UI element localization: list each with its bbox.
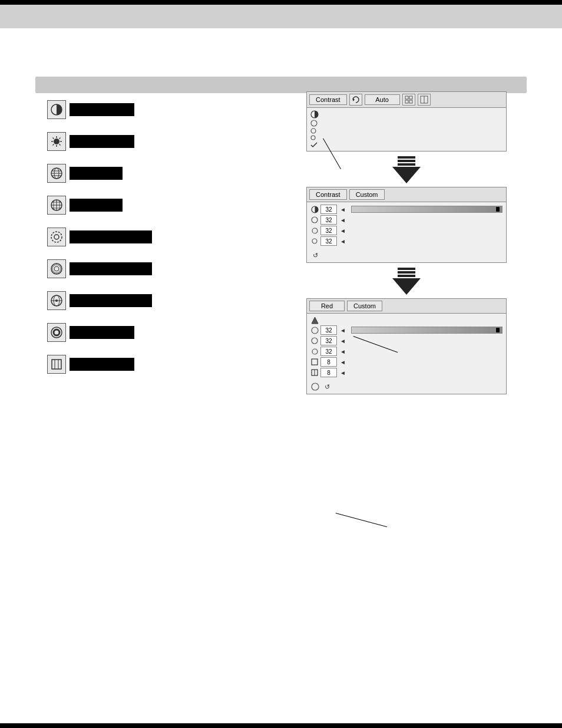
- item-label-6: [70, 262, 152, 275]
- arrow-line: [398, 271, 415, 274]
- panel1-row-4: [310, 135, 503, 140]
- grid-small-icon[interactable]: [402, 94, 415, 106]
- arrow-btn-1[interactable]: ◄: [339, 205, 347, 213]
- item-label-5: [70, 230, 152, 243]
- panel3-row-1: 32 ◄: [310, 325, 503, 335]
- refresh-icon[interactable]: [349, 94, 362, 106]
- svg-line-8: [59, 138, 61, 139]
- list-item[interactable]: [47, 291, 152, 310]
- globe2-icon: [47, 259, 66, 278]
- value-1: 32: [320, 205, 337, 214]
- circle-p3-icon-2: [310, 337, 319, 345]
- down-arrow-1: [392, 167, 421, 183]
- arrow-line: [398, 160, 415, 162]
- arrow-block-2: [306, 268, 507, 295]
- p3-value-3: 32: [320, 347, 337, 356]
- p3-arrow-1[interactable]: ◄: [339, 326, 347, 334]
- arrow-btn-4[interactable]: ◄: [339, 237, 347, 245]
- list-item[interactable]: [47, 100, 152, 119]
- list-item[interactable]: [47, 323, 152, 342]
- globe-icon: [47, 164, 66, 183]
- circle-icon: [310, 120, 318, 127]
- content-strip: [35, 77, 527, 93]
- panel3-header: Red Custom: [307, 299, 506, 314]
- panel1-row-5: [310, 141, 503, 149]
- custom-button-2[interactable]: Custom: [349, 189, 385, 200]
- svg-point-23: [54, 235, 59, 239]
- svg-rect-37: [405, 96, 408, 99]
- slider-1[interactable]: [351, 206, 503, 213]
- svg-rect-55: [312, 359, 318, 365]
- p3-arrow-3[interactable]: ◄: [339, 347, 347, 355]
- top-border-bar: [0, 0, 562, 5]
- panel2-row-3: 32 ◄: [310, 226, 503, 235]
- svg-point-45: [311, 129, 316, 133]
- check-icon: [310, 141, 318, 149]
- svg-point-26: [52, 265, 61, 273]
- svg-point-58: [312, 383, 319, 390]
- svg-point-50: [312, 239, 317, 243]
- svg-rect-40: [409, 100, 412, 103]
- svg-marker-36: [353, 98, 355, 101]
- panel3-row-4: 8 ◄: [310, 357, 503, 367]
- arrow-btn-3[interactable]: ◄: [339, 226, 347, 235]
- list-item[interactable]: [47, 355, 152, 374]
- svg-rect-33: [52, 360, 61, 369]
- undo-icon[interactable]: ↺: [310, 251, 320, 260]
- panel-contrast-auto: Contrast Auto: [306, 91, 507, 151]
- panel-red-custom: Red Custom 32 ◄: [306, 298, 507, 394]
- panel2-body: 32 ◄ 32 ◄: [307, 202, 506, 249]
- list-item[interactable]: [47, 228, 152, 246]
- globe3-icon: [47, 291, 66, 310]
- svg-point-54: [312, 349, 318, 354]
- list-item[interactable]: [47, 259, 152, 278]
- panel3-body: 32 ◄ 32 ◄: [307, 314, 506, 381]
- square-sm-icon: [310, 358, 319, 366]
- panel2-footer: ↺: [307, 249, 506, 262]
- panel1-row-3: [310, 128, 503, 134]
- callout-line-3: [336, 513, 387, 527]
- circle-icon-4: [310, 237, 319, 245]
- undo-icon-2[interactable]: ↺: [322, 382, 332, 391]
- circle-icon-2: [310, 216, 319, 224]
- p3-slider-1[interactable]: [351, 327, 503, 334]
- down-arrow-2: [392, 278, 421, 295]
- contrast-button-2[interactable]: Contrast: [309, 189, 347, 200]
- panel-contrast-custom: Contrast Custom 32 ◄: [306, 187, 507, 263]
- item-label-4: [70, 199, 123, 212]
- svg-point-52: [312, 327, 318, 334]
- svg-point-25: [54, 266, 59, 271]
- svg-point-44: [311, 120, 317, 126]
- gear-dotted-icon: [47, 228, 66, 246]
- value-3: 32: [320, 226, 337, 235]
- circle-foot-icon: [310, 382, 320, 391]
- item-label-8: [70, 326, 134, 339]
- half-circle-icon: [310, 110, 319, 118]
- arrow-lines-2: [398, 268, 415, 277]
- svg-line-7: [59, 144, 61, 146]
- panel1-header: Contrast Auto: [307, 92, 506, 108]
- list-item[interactable]: [47, 164, 152, 183]
- item-label-2: [70, 135, 134, 148]
- custom-button-3[interactable]: Custom: [347, 301, 382, 311]
- contrast-button[interactable]: Contrast: [309, 94, 347, 105]
- arrow-btn-2[interactable]: ◄: [339, 216, 347, 224]
- p3-arrow-4[interactable]: ◄: [339, 358, 347, 366]
- grid2-small-icon[interactable]: [418, 94, 431, 106]
- list-item[interactable]: [47, 132, 152, 151]
- mesh-icon: [47, 196, 66, 215]
- circle-p3-icon-3: [310, 347, 319, 355]
- bottom-border-bar: [0, 723, 562, 728]
- arrow-line: [398, 156, 415, 159]
- panel2-row-1: 32 ◄: [310, 205, 503, 214]
- auto-button[interactable]: Auto: [365, 94, 400, 105]
- panel1-row-2: [310, 120, 503, 127]
- ring-icon: [47, 323, 66, 342]
- red-button[interactable]: Red: [309, 301, 345, 311]
- p3-arrow-5[interactable]: ◄: [339, 368, 347, 377]
- panel1-body: [307, 108, 506, 151]
- svg-point-49: [312, 228, 318, 233]
- p3-arrow-2[interactable]: ◄: [339, 337, 347, 345]
- header-band: [0, 5, 562, 28]
- list-item[interactable]: [47, 196, 152, 215]
